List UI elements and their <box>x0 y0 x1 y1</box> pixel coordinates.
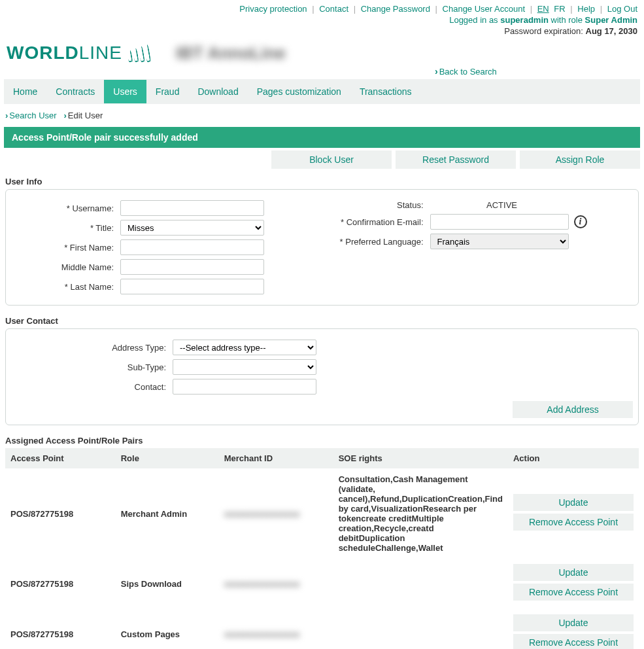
logo-curves-icon <box>127 44 150 62</box>
cell-access-point: POS/872775198 <box>5 469 116 559</box>
breadcrumb-edit-user: Edit User <box>68 111 103 120</box>
remove-access-point-button[interactable]: Remove Access Point <box>513 584 634 601</box>
cell-access-point: POS/872775198 <box>5 559 116 609</box>
username-field[interactable] <box>120 200 264 216</box>
cell-role: Sips Download <box>116 559 219 609</box>
assign-role-button[interactable]: Assign Role <box>520 150 640 169</box>
logged-in-role: Super Admin <box>585 15 637 25</box>
breadcrumb-search-user[interactable]: Search User <box>9 111 56 120</box>
contact-label: Contact: <box>6 382 173 392</box>
cell-merchant-id: xxxxxxxxxxxxxxxx <box>219 559 333 609</box>
address-type-select[interactable]: --Select address type-- <box>173 340 316 355</box>
section-user-contact-title: User Contact <box>0 311 644 328</box>
user-actions-row: Block User Reset Password Assign Role <box>0 148 644 171</box>
top-links: Privacy protection | Contact | Change Pa… <box>0 0 644 15</box>
block-user-button[interactable]: Block User <box>271 150 392 169</box>
logout-link[interactable]: Log Out <box>607 4 637 14</box>
table-row: POS/872775198Merchant Adminxxxxxxxxxxxxx… <box>5 469 639 559</box>
first-name-field[interactable] <box>120 239 264 255</box>
tab-users[interactable]: Users <box>104 80 146 103</box>
th-action: Action <box>508 448 639 469</box>
middle-name-label: Middle Name: <box>6 262 120 272</box>
update-button[interactable]: Update <box>513 614 634 631</box>
tab-contracts[interactable]: Contracts <box>46 80 104 103</box>
username-label: * Username: <box>6 203 120 213</box>
password-expiration-date: Aug 17, 2030 <box>586 26 638 36</box>
last-name-label: * Last Name: <box>6 282 120 292</box>
cell-role: Merchant Admin <box>116 469 219 559</box>
cell-access-point: POS/872775198 <box>5 609 116 650</box>
reset-password-button[interactable]: Reset Password <box>396 150 516 169</box>
cell-merchant-id: xxxxxxxxxxxxxxxx <box>219 469 333 559</box>
table-row: POS/872775198Sips Downloadxxxxxxxxxxxxxx… <box>5 559 639 609</box>
main-tabs: Home Contracts Users Fraud Download Page… <box>4 79 640 104</box>
info-icon[interactable]: i <box>574 215 587 228</box>
cell-soe-rights <box>333 609 508 650</box>
sub-type-select[interactable] <box>173 359 316 375</box>
th-role: Role <box>116 448 219 469</box>
preferred-language-label: * Preferred Language: <box>322 237 430 247</box>
lang-en-link[interactable]: EN <box>537 4 549 14</box>
title-select[interactable]: Misses <box>120 220 264 236</box>
user-contact-panel: Address Type: --Select address type-- Su… <box>5 328 639 425</box>
sub-type-label: Sub-Type: <box>6 362 173 372</box>
confirmation-email-label: * Confirmation E-mail: <box>322 217 430 227</box>
cell-role: Custom Pages <box>116 609 219 650</box>
cell-merchant-id: xxxxxxxxxxxxxxxx <box>219 609 333 650</box>
add-address-button[interactable]: Add Address <box>513 401 633 418</box>
password-expiration-line: Password expiration: Aug 17, 2030 <box>0 26 644 37</box>
table-row: POS/872775198Custom Pagesxxxxxxxxxxxxxxx… <box>5 609 639 650</box>
header-row: WORLDLINE IBT AnnoLine <box>0 37 644 66</box>
logged-in-username: superadmin <box>500 15 549 25</box>
confirmation-email-field[interactable] <box>430 214 569 230</box>
remove-access-point-button[interactable]: Remove Access Point <box>513 634 634 649</box>
status-value: ACTIVE <box>430 200 574 210</box>
help-link[interactable]: Help <box>577 4 595 14</box>
title-label: * Title: <box>6 223 120 233</box>
lang-fr-link[interactable]: FR <box>554 4 565 14</box>
preferred-language-select[interactable]: Français <box>430 234 569 249</box>
user-info-panel: * Username: * Title: Misses * First Name… <box>5 189 639 306</box>
middle-name-field[interactable] <box>120 259 264 275</box>
tab-download[interactable]: Download <box>188 80 247 103</box>
tab-transactions[interactable]: Transactions <box>350 80 421 103</box>
contact-link[interactable]: Contact <box>319 4 348 14</box>
first-name-label: * First Name: <box>6 243 120 253</box>
tab-pages-customization[interactable]: Pages customization <box>248 80 350 103</box>
cell-soe-rights <box>333 559 508 609</box>
privacy-link[interactable]: Privacy protection <box>239 4 307 14</box>
login-status-line: Logged in as superadmin with role Super … <box>0 15 644 26</box>
address-type-label: Address Type: <box>6 343 173 353</box>
cell-action: UpdateRemove Access Point <box>508 609 639 650</box>
tab-fraud[interactable]: Fraud <box>146 80 189 103</box>
status-label: Status: <box>322 200 430 210</box>
th-soe-rights: SOE rights <box>333 448 508 469</box>
back-to-search-link[interactable]: Back to Search <box>435 67 497 77</box>
th-merchant-id: Merchant ID <box>219 448 333 469</box>
breadcrumb: ›Search User ›Edit User <box>0 104 644 127</box>
contact-field[interactable] <box>173 379 316 395</box>
account-name-blurred: IBT AnnoLine <box>176 43 286 63</box>
update-button[interactable]: Update <box>513 494 634 511</box>
cell-action: UpdateRemove Access Point <box>508 469 639 559</box>
section-user-info-title: User Info <box>0 171 644 189</box>
cell-action: UpdateRemove Access Point <box>508 559 639 609</box>
update-button[interactable]: Update <box>513 564 634 581</box>
remove-access-point-button[interactable]: Remove Access Point <box>513 514 634 531</box>
change-password-link[interactable]: Change Password <box>361 4 430 14</box>
worldline-logo: WORLDLINE <box>7 43 150 63</box>
th-access-point: Access Point <box>5 448 116 469</box>
access-point-role-table: Access Point Role Merchant ID SOE rights… <box>5 448 639 649</box>
success-banner: Access Point/Role pair successfully adde… <box>4 127 640 148</box>
cell-soe-rights: Consultation,Cash Management (validate, … <box>333 469 508 559</box>
section-assigned-title: Assigned Access Point/Role Pairs <box>0 430 644 448</box>
change-user-account-link[interactable]: Change User Account <box>443 4 525 14</box>
tab-home[interactable]: Home <box>4 80 46 103</box>
last-name-field[interactable] <box>120 279 264 294</box>
